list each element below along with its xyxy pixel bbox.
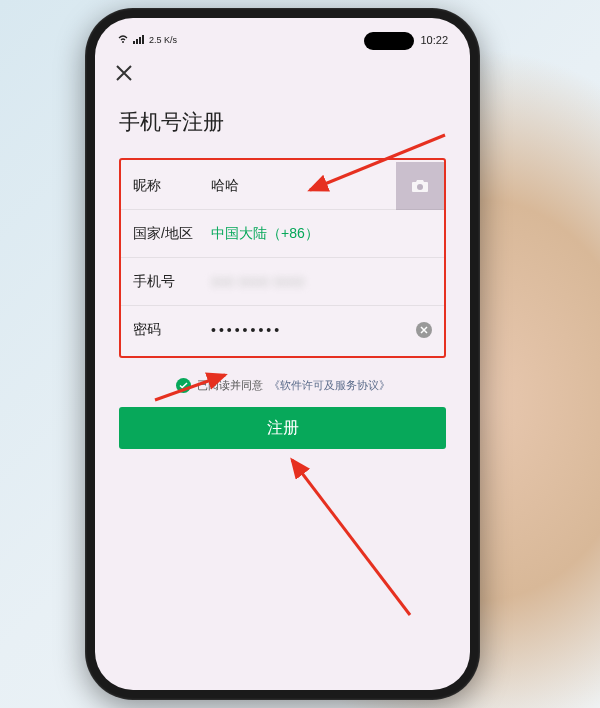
signal-icon xyxy=(133,34,145,46)
close-icon[interactable] xyxy=(115,62,139,88)
svg-point-0 xyxy=(122,41,124,43)
password-label: 密码 xyxy=(133,321,211,339)
phone-label: 手机号 xyxy=(133,273,211,291)
region-row[interactable]: 国家/地区 中国大陆（+86） xyxy=(121,210,444,258)
phone-frame: 2.5 K/s 10:22 手机号注册 昵称 哈哈 xyxy=(85,8,480,700)
clear-password-icon[interactable] xyxy=(416,322,432,338)
agreement-checkbox-checked[interactable] xyxy=(176,378,191,393)
phone-value[interactable]: 000 0000 0000 xyxy=(211,274,432,290)
svg-rect-1 xyxy=(133,41,135,44)
nickname-label: 昵称 xyxy=(133,177,211,195)
password-value[interactable]: ••••••••• xyxy=(211,322,432,338)
svg-point-9 xyxy=(417,184,423,190)
camera-punch-hole xyxy=(364,32,414,50)
nickname-row[interactable]: 昵称 哈哈 xyxy=(121,162,444,210)
camera-icon xyxy=(411,179,429,193)
agreement-text: 已阅读并同意 xyxy=(197,378,263,393)
agreement-link[interactable]: 《软件许可及服务协议》 xyxy=(269,378,390,393)
svg-rect-4 xyxy=(142,35,144,44)
region-label: 国家/地区 xyxy=(133,225,211,243)
status-bar: 2.5 K/s 10:22 xyxy=(95,18,470,54)
nav-bar xyxy=(95,54,470,96)
wifi-icon xyxy=(117,34,129,46)
page-title: 手机号注册 xyxy=(119,108,446,136)
network-speed: 2.5 K/s xyxy=(149,36,177,45)
status-icons-left: 2.5 K/s xyxy=(117,34,177,46)
register-button[interactable]: 注册 xyxy=(119,407,446,449)
screen: 2.5 K/s 10:22 手机号注册 昵称 哈哈 xyxy=(95,18,470,690)
password-row[interactable]: 密码 ••••••••• xyxy=(121,306,444,354)
agreement-row[interactable]: 已阅读并同意 《软件许可及服务协议》 xyxy=(119,378,446,393)
phone-row[interactable]: 手机号 000 0000 0000 xyxy=(121,258,444,306)
avatar-upload[interactable] xyxy=(396,162,444,210)
status-time: 10:22 xyxy=(420,34,448,46)
registration-form: 昵称 哈哈 国家/地区 中国大陆（+86） 手机号 000 0000 0000 … xyxy=(119,158,446,358)
svg-rect-2 xyxy=(136,39,138,44)
region-value: 中国大陆（+86） xyxy=(211,225,432,243)
svg-rect-3 xyxy=(139,37,141,44)
